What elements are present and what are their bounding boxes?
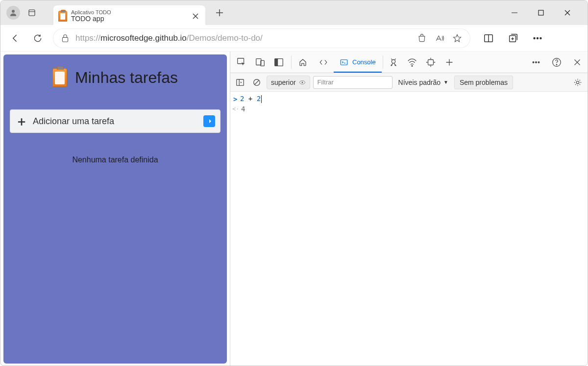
svg-line-48 bbox=[255, 80, 259, 84]
tab-close-button[interactable] bbox=[190, 10, 201, 22]
devtools-tabstrip: Console bbox=[230, 52, 588, 73]
tab-network[interactable] bbox=[403, 52, 421, 73]
window-close-button[interactable] bbox=[561, 6, 574, 19]
console-toolbar: superior Níveis padrão ▼ Sem problemas bbox=[230, 73, 588, 92]
device-toggle-button[interactable] bbox=[251, 52, 270, 73]
console-input-row[interactable]: > 2 + 2 bbox=[230, 94, 588, 104]
collections-button[interactable] bbox=[503, 28, 523, 48]
toggle-sidebar-button[interactable] bbox=[233, 76, 247, 89]
empty-state-text: Nenhuma tarefa definida bbox=[72, 156, 158, 164]
todo-app: Minhas tarefas ＋ Adicionar uma tarefa Ne… bbox=[3, 54, 227, 364]
devtools-close-button[interactable] bbox=[567, 52, 588, 73]
svg-point-42 bbox=[556, 64, 557, 64]
text-cursor bbox=[261, 95, 262, 103]
filter-input-wrap bbox=[313, 76, 392, 89]
svg-rect-8 bbox=[539, 10, 543, 15]
tab-console[interactable]: Console bbox=[334, 52, 382, 73]
address-bar[interactable]: https://microsoftedge.github.io/Demos/de… bbox=[53, 29, 470, 48]
tab-title-group: Aplicativo TODO TODO app bbox=[71, 10, 190, 23]
svg-rect-26 bbox=[275, 58, 278, 66]
svg-rect-11 bbox=[62, 37, 68, 42]
page-title: Minhas tarefas bbox=[75, 69, 178, 87]
svg-point-0 bbox=[12, 10, 15, 13]
devtools-pane: Console superior Nívei bbox=[230, 52, 588, 366]
clipboard-icon bbox=[52, 68, 67, 87]
tab-title: TODO app bbox=[71, 15, 190, 23]
svg-point-39 bbox=[536, 61, 537, 63]
inspect-element-button[interactable] bbox=[232, 52, 251, 73]
svg-point-29 bbox=[392, 59, 395, 63]
split-screen-button[interactable] bbox=[479, 28, 498, 48]
tab-performance[interactable] bbox=[421, 52, 440, 73]
tab-elements[interactable] bbox=[313, 52, 334, 73]
console-output[interactable]: > 2 + 2 <· 4 bbox=[230, 92, 588, 366]
log-levels-label: Níveis padrão bbox=[398, 78, 441, 86]
more-menu-button[interactable] bbox=[528, 28, 547, 48]
dock-side-button[interactable] bbox=[270, 52, 288, 73]
devtools-help-button[interactable] bbox=[546, 52, 567, 73]
browser-titlebar: Aplicativo TODO TODO app bbox=[0, 0, 588, 25]
chevron-down-icon: ▼ bbox=[443, 79, 448, 85]
filter-input[interactable] bbox=[313, 76, 392, 89]
refresh-button[interactable] bbox=[28, 28, 48, 48]
svg-point-20 bbox=[537, 37, 539, 39]
console-settings-button[interactable] bbox=[571, 76, 585, 89]
tab-sources-overflow[interactable] bbox=[384, 52, 403, 73]
submit-task-button[interactable] bbox=[203, 115, 215, 127]
svg-point-19 bbox=[534, 37, 535, 39]
prompt-icon: > bbox=[233, 95, 240, 103]
clipboard-icon bbox=[58, 11, 67, 22]
output-arrow-icon: <· bbox=[232, 105, 239, 112]
browser-toolbar: https://microsoftedge.github.io/Demos/de… bbox=[0, 25, 588, 52]
content-area: Minhas tarefas ＋ Adicionar uma tarefa Ne… bbox=[0, 52, 588, 366]
read-aloud-icon[interactable] bbox=[434, 33, 445, 44]
svg-point-21 bbox=[540, 37, 541, 39]
issues-button[interactable]: Sem problemas bbox=[454, 76, 513, 89]
clear-console-button[interactable] bbox=[250, 76, 264, 89]
svg-rect-27 bbox=[341, 59, 347, 65]
shopping-icon[interactable] bbox=[416, 33, 427, 44]
console-output-row: <· 4 bbox=[230, 104, 588, 114]
more-tabs-button[interactable] bbox=[440, 52, 459, 73]
svg-point-40 bbox=[538, 61, 539, 63]
devtools-more-button[interactable] bbox=[526, 52, 546, 73]
svg-point-38 bbox=[533, 61, 534, 63]
window-maximize-button[interactable] bbox=[535, 6, 547, 19]
new-tab-button[interactable] bbox=[211, 4, 228, 21]
page-pane: Minhas tarefas ＋ Adicionar uma tarefa Ne… bbox=[0, 52, 230, 366]
add-task-placeholder: Adicionar uma tarefa bbox=[33, 116, 198, 127]
plus-icon: ＋ bbox=[15, 115, 28, 128]
svg-rect-22 bbox=[238, 58, 244, 63]
context-selector[interactable]: superior bbox=[267, 76, 310, 89]
favorite-star-icon[interactable] bbox=[452, 33, 463, 44]
issues-label: Sem problemas bbox=[460, 78, 508, 86]
tab-actions-button[interactable] bbox=[25, 6, 39, 20]
svg-point-30 bbox=[412, 65, 413, 66]
back-button[interactable] bbox=[5, 28, 25, 48]
code-token: + bbox=[244, 95, 256, 103]
svg-rect-45 bbox=[237, 79, 244, 85]
tab-console-label: Console bbox=[352, 58, 376, 66]
log-levels-dropdown[interactable]: Níveis padrão ▼ bbox=[395, 78, 451, 86]
add-task-input[interactable]: ＋ Adicionar uma tarefa bbox=[10, 109, 220, 133]
svg-point-50 bbox=[301, 81, 303, 83]
eye-icon bbox=[299, 79, 306, 86]
url-text: https://microsoftedge.github.io/Demos/de… bbox=[75, 33, 263, 43]
output-value: 4 bbox=[241, 105, 245, 113]
svg-rect-1 bbox=[29, 10, 35, 16]
lock-icon bbox=[60, 33, 71, 44]
window-minimize-button[interactable] bbox=[508, 6, 521, 19]
svg-marker-13 bbox=[454, 34, 461, 42]
code-token: 2 bbox=[257, 95, 261, 103]
svg-rect-31 bbox=[428, 59, 433, 65]
context-label: superior bbox=[271, 78, 296, 86]
browser-tab[interactable]: Aplicativo TODO TODO app bbox=[53, 5, 205, 25]
svg-point-51 bbox=[576, 81, 579, 83]
tab-welcome[interactable] bbox=[293, 52, 313, 73]
profile-avatar[interactable] bbox=[6, 6, 20, 20]
